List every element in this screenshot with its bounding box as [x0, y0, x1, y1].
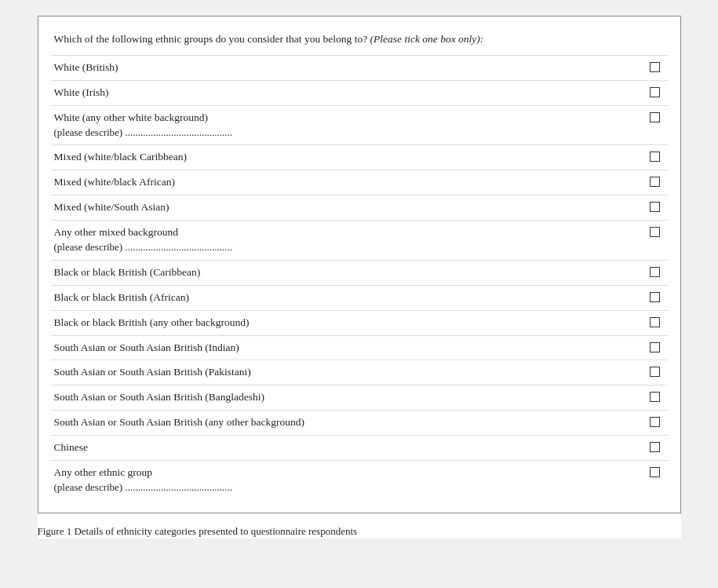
- checkbox-area[interactable]: [646, 365, 665, 377]
- table-row: White (British): [51, 56, 668, 81]
- row-label-text: Black or black British (African): [54, 291, 189, 303]
- question-instruction: (Please tick one box only):: [370, 33, 484, 45]
- checkbox-square[interactable]: [650, 87, 660, 97]
- table-row: Black or black British (Caribbean): [51, 261, 668, 286]
- rows-container: White (British)White (Irish)White (any o…: [51, 56, 668, 500]
- checkbox-square[interactable]: [650, 112, 660, 122]
- question-text: Which of the following ethnic groups do …: [54, 33, 368, 45]
- row-describe-text: (please describe) ......................…: [54, 241, 232, 253]
- row-label: Black or black British (Caribbean): [54, 265, 646, 280]
- row-label: Mixed (white/black Caribbean): [54, 150, 646, 165]
- row-label: White (any other white background)(pleas…: [54, 111, 646, 141]
- row-describe-text: (please describe) ......................…: [54, 481, 232, 493]
- table-row: Mixed (white/black African): [51, 170, 668, 195]
- checkbox-area[interactable]: [646, 225, 665, 237]
- table-row: Black or black British (African): [51, 286, 668, 311]
- row-label-text: Black or black British (Caribbean): [54, 266, 201, 278]
- checkbox-square[interactable]: [650, 417, 660, 427]
- checkbox-square[interactable]: [650, 392, 660, 402]
- checkbox-area[interactable]: [646, 440, 665, 452]
- checkbox-square[interactable]: [650, 317, 660, 327]
- row-label: South Asian or South Asian British (any …: [54, 415, 646, 430]
- checkbox-area[interactable]: [646, 111, 665, 122]
- checkbox-area[interactable]: [646, 316, 665, 327]
- row-label: South Asian or South Asian British (Paki…: [54, 365, 646, 380]
- figure-box: Which of the following ethnic groups do …: [38, 16, 681, 513]
- row-label-text: White (Irish): [54, 86, 109, 98]
- checkbox-square[interactable]: [650, 442, 660, 452]
- checkbox-area[interactable]: [646, 265, 665, 277]
- table-row: South Asian or South Asian British (Paki…: [51, 360, 668, 385]
- question-header: Which of the following ethnic groups do …: [51, 26, 668, 56]
- row-label: Black or black British (any other backgr…: [54, 316, 646, 331]
- table-row: South Asian or South Asian British (Bang…: [51, 385, 668, 411]
- row-label: Any other mixed background(please descri…: [54, 225, 646, 255]
- row-label-text: South Asian or South Asian British (Paki…: [54, 366, 251, 378]
- checkbox-area[interactable]: [646, 60, 665, 72]
- row-label-text: Mixed (white/black Caribbean): [54, 151, 187, 163]
- checkbox-area[interactable]: [646, 466, 665, 477]
- figure-caption: Figure 1 Details of ethnicity categories…: [38, 520, 681, 539]
- row-label: White (Irish): [54, 86, 646, 100]
- caption-text: Figure 1 Details of ethnicity categories…: [38, 525, 358, 537]
- checkbox-square[interactable]: [650, 62, 660, 72]
- row-label: Black or black British (African): [54, 290, 646, 305]
- row-label-text: South Asian or South Asian British (Indi…: [54, 341, 239, 353]
- table-row: South Asian or South Asian British (any …: [51, 411, 668, 436]
- row-label-text: White (British): [54, 61, 118, 73]
- checkbox-square[interactable]: [650, 227, 660, 237]
- checkbox-square[interactable]: [650, 267, 660, 277]
- checkbox-area[interactable]: [646, 390, 665, 402]
- table-row: Any other mixed background(please descri…: [51, 221, 668, 261]
- checkbox-square[interactable]: [650, 152, 660, 162]
- table-row: White (Irish): [51, 81, 668, 106]
- table-row: Mixed (white/black Caribbean): [51, 145, 668, 170]
- checkbox-square[interactable]: [650, 342, 660, 352]
- checkbox-square[interactable]: [650, 367, 660, 377]
- table-row: Chinese: [51, 436, 668, 461]
- row-label: Any other ethnic group(please describe) …: [54, 466, 646, 495]
- row-label-text: Mixed (white/black African): [54, 176, 175, 188]
- checkbox-area[interactable]: [646, 86, 665, 97]
- row-label-text: Chinese: [54, 441, 89, 453]
- row-label-text: South Asian or South Asian British (any …: [54, 416, 304, 428]
- checkbox-square[interactable]: [650, 467, 660, 477]
- checkbox-square[interactable]: [650, 292, 660, 302]
- checkbox-area[interactable]: [646, 415, 665, 427]
- checkbox-area[interactable]: [646, 200, 665, 212]
- row-label-text: Mixed (white/South Asian): [54, 201, 169, 213]
- table-row: Mixed (white/South Asian): [51, 195, 668, 221]
- table-row: White (any other white background)(pleas…: [51, 106, 668, 146]
- row-label-text: South Asian or South Asian British (Bang…: [54, 391, 265, 403]
- page-container: Which of the following ethnic groups do …: [38, 16, 681, 539]
- row-label: South Asian or South Asian British (Bang…: [54, 390, 646, 405]
- table-row: Any other ethnic group(please describe) …: [51, 461, 668, 500]
- row-label-text: Any other ethnic group: [54, 466, 153, 478]
- checkbox-square[interactable]: [650, 202, 660, 212]
- row-label: Chinese: [54, 440, 646, 455]
- row-label: South Asian or South Asian British (Indi…: [54, 341, 646, 356]
- row-label-text: White (any other white background): [54, 111, 208, 123]
- row-label-text: Any other mixed background: [54, 226, 179, 238]
- checkbox-area[interactable]: [646, 341, 665, 352]
- row-label: White (British): [54, 60, 646, 75]
- row-label: Mixed (white/South Asian): [54, 200, 646, 215]
- row-describe-text: (please describe) ......................…: [54, 126, 232, 138]
- checkbox-area[interactable]: [646, 150, 665, 162]
- checkbox-square[interactable]: [650, 177, 660, 187]
- checkbox-area[interactable]: [646, 175, 665, 187]
- table-row: Black or black British (any other backgr…: [51, 311, 668, 336]
- row-label-text: Black or black British (any other backgr…: [54, 316, 250, 328]
- checkbox-area[interactable]: [646, 290, 665, 302]
- table-row: South Asian or South Asian British (Indi…: [51, 336, 668, 361]
- row-label: Mixed (white/black African): [54, 175, 646, 190]
